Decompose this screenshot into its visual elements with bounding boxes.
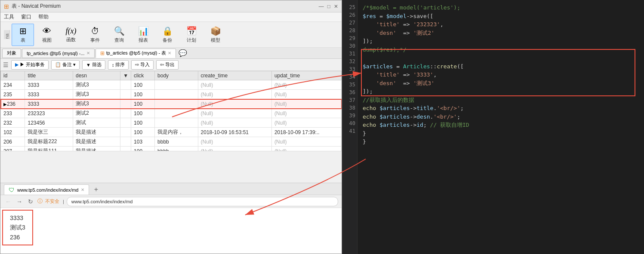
cell-title: 我是标题222 <box>25 137 73 147</box>
result-value-2: 测试3 <box>10 223 25 232</box>
line-number: 36 <box>345 89 355 96</box>
toolbar-table-button[interactable]: ⊞ 表 <box>12 24 34 46</box>
begin-transaction-label: ▶ 开始事务 <box>20 61 45 68</box>
horizontal-scrollbar[interactable] <box>0 151 342 157</box>
table-row[interactable]: 233 232323 测试2 100 (Null) (Null) <box>1 109 342 118</box>
cell-body: 我是内容， <box>155 128 198 137</box>
toolbar-func-button[interactable]: f(x) 函数 <box>60 24 82 46</box>
col-filter-header[interactable]: ▼ <box>120 71 131 80</box>
code-area: 2526272829303132333435363738394041 /*$mo… <box>342 0 644 254</box>
table-row[interactable]: 102 我是张三 我是描述 100 我是内容， 2018-10-09 16:53… <box>1 128 342 137</box>
tab-close-1[interactable]: ✕ <box>86 51 90 55</box>
cell-id: 234 <box>1 80 25 90</box>
browser-tab-close[interactable]: ✕ <box>81 187 84 192</box>
cell-click: 100 <box>131 109 155 118</box>
table-icon: ⊞ <box>19 26 27 36</box>
toolbar-view-button[interactable]: 👁 视图 <box>36 24 58 46</box>
menu-toggle-icon[interactable]: ☰ <box>3 61 9 68</box>
result-value-3: 236 <box>10 233 25 242</box>
cell-click: 100 <box>131 128 155 137</box>
browser-panel: 🛡 www.tp5.com/index/index/md ✕ + ← → ↻ ⓘ… <box>0 183 342 254</box>
window-controls: — □ ✕ <box>319 3 338 9</box>
editor-content: 2526272829303132333435363738394041 /*$mo… <box>342 0 644 254</box>
col-desn-header: desn <box>73 71 120 80</box>
toolbar-report-button[interactable]: 📊 报表 <box>132 24 154 46</box>
export-button[interactable]: ⇦ 导出 <box>156 60 179 70</box>
browser-tab[interactable]: 🛡 www.tp5.com/index/index/md ✕ <box>4 184 89 195</box>
tab-tp-articles-1[interactable]: tp_articles @tp5 (mysql) -... ✕ <box>22 49 95 58</box>
report-icon: 📊 <box>138 26 149 36</box>
code-line: $res = $model->save([ <box>363 12 639 21</box>
menu-window[interactable]: 窗口 <box>21 13 31 21</box>
minimize-button[interactable]: — <box>319 3 324 9</box>
cell-updat: (Null) <box>271 147 341 151</box>
menu-tools[interactable]: 工具 <box>4 13 14 21</box>
table-row[interactable]: ▶236 3333 测试3 100 (Null) (Null) <box>1 99 342 109</box>
table-row[interactable]: 232 123456 测试 100 (Null) (Null) <box>1 118 342 128</box>
toolbar-event-button[interactable]: ⏱ 事件 <box>84 24 106 46</box>
import-button[interactable]: ⇨ 导入 <box>131 60 154 70</box>
table-row[interactable]: 234 3333 测试3 100 (Null) (Null) <box>1 80 342 90</box>
code-line: dump($res);*/ <box>363 46 639 54</box>
result-box: 3333 测试3 236 <box>2 210 33 245</box>
address-input[interactable] <box>67 197 338 206</box>
note-button[interactable]: 📋 备注 ▾ <box>51 60 80 70</box>
view-icon: 👁 <box>43 26 51 36</box>
close-button[interactable]: ✕ <box>334 3 338 9</box>
maximize-button[interactable]: □ <box>327 3 330 9</box>
table-wrapper[interactable]: id title desn ▼ click body create_time u… <box>0 71 342 151</box>
code-line: ]); <box>363 37 639 46</box>
col-id-header: id <box>1 71 25 80</box>
table-row[interactable]: 235 3333 测试3 100 (Null) (Null) <box>1 90 342 99</box>
filter-button[interactable]: ▼ 筛选 <box>82 60 105 70</box>
table-row[interactable]: 207 我是标题111 我是描述 100 bbbb (Null) (Null) <box>1 147 342 151</box>
toolbar-event-label: 事件 <box>90 37 100 43</box>
line-number: 28 <box>345 27 355 34</box>
table-container: id title desn ▼ click body create_time u… <box>0 71 342 157</box>
import-icon: ⇨ <box>135 62 139 67</box>
toolbar-backup-button[interactable]: 🔒 备份 <box>156 24 179 46</box>
cell-create: (Null) <box>198 137 271 147</box>
menu-help[interactable]: 帮助 <box>38 13 49 21</box>
cell-empty <box>120 128 131 137</box>
line-number: 32 <box>345 58 355 65</box>
begin-transaction-button[interactable]: ▶ ▶ 开始事务 <box>11 60 49 70</box>
forward-button[interactable]: → <box>15 197 24 206</box>
tab-objects[interactable]: 对象 <box>2 49 21 58</box>
code-line: echo $articles->title.'<br/>'; <box>363 104 639 113</box>
tab-close-2[interactable]: ✕ <box>168 51 171 55</box>
sort-button[interactable]: ↕ 排序 <box>108 60 129 70</box>
line-number: 29 <box>345 34 355 42</box>
code-line: 'desn' => '测试2' <box>363 29 639 37</box>
code-line: 'title' => '3333', <box>363 70 639 79</box>
tab-tp-articles-2[interactable]: ⊞ tp_articles @tp5 (mysql) - 表 ✕ <box>96 49 176 58</box>
tab-bar: 对象 tp_articles @tp5 (mysql) -... ✕ ⊞ tp_… <box>0 48 342 59</box>
cell-body <box>155 109 198 118</box>
toolbar-plan-button[interactable]: 📅 计划 <box>180 24 203 46</box>
toolbar-query-button[interactable]: 🔍 查询 <box>108 24 130 46</box>
new-tab-button[interactable]: + <box>91 184 101 195</box>
cell-click: 103 <box>131 137 155 147</box>
func-icon: f(x) <box>66 27 77 36</box>
cell-empty <box>120 118 131 128</box>
model-icon: 📦 <box>210 26 221 36</box>
tab-objects-label: 对象 <box>7 50 16 56</box>
cell-desn: 测试3 <box>73 90 120 99</box>
cell-id: 207 <box>1 147 25 151</box>
code-lines[interactable]: /*$model = model('articles');$res = $mod… <box>357 0 644 254</box>
cell-empty <box>120 99 131 109</box>
side-label: na <box>4 34 9 39</box>
back-button[interactable]: ← <box>4 197 12 206</box>
reload-button[interactable]: ↻ <box>26 197 35 206</box>
cell-empty <box>120 147 131 151</box>
app-icon: ⊞ <box>4 3 9 10</box>
cell-title: 3333 <box>25 80 73 90</box>
begin-transaction-icon: ▶ <box>15 62 18 67</box>
cell-click: 100 <box>131 147 155 151</box>
table-row[interactable]: 206 我是标题222 我是描述 103 bbbb (Null) (Null) <box>1 137 342 147</box>
wechat-icon[interactable]: 💬 <box>179 49 187 57</box>
cell-create: (Null) <box>198 80 271 90</box>
note-icon: 📋 <box>55 62 61 67</box>
line-number: 35 <box>345 81 355 89</box>
toolbar-model-button[interactable]: 📦 模型 <box>204 24 227 46</box>
